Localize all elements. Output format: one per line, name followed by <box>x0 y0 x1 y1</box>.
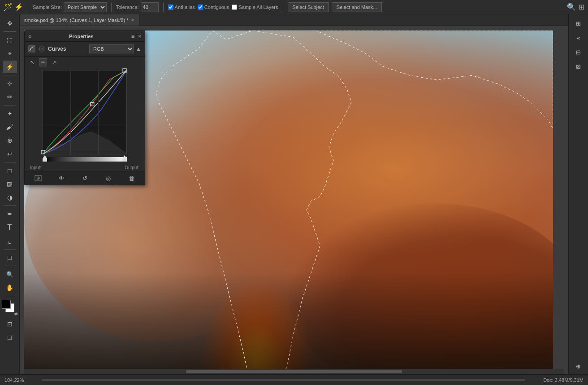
eraser-tool-icon[interactable]: ◻ <box>3 164 17 177</box>
tab-bar: smoke.psd @ 104% (Curves 1, Layer Mask/8… <box>20 14 568 26</box>
tool-sep-6 <box>4 249 16 249</box>
gradient-slider <box>43 155 127 162</box>
tolerance-label: Tolerance: <box>116 4 139 10</box>
screen-mode-icon[interactable]: □ <box>3 331 17 344</box>
quick-mask-icon[interactable]: ⊡ <box>3 318 17 330</box>
sample-all-layers-checkbox[interactable] <box>232 4 237 10</box>
lasso-tool-icon[interactable]: ⌖ <box>3 47 17 60</box>
document-tab[interactable]: smoke.psd @ 104% (Curves 1, Layer Mask/8… <box>20 14 139 26</box>
contiguous-group: Contiguous <box>198 4 229 10</box>
type-tool-icon[interactable]: T <box>3 221 17 234</box>
output-label: Output: <box>125 165 139 170</box>
sample-size-label: Sample Size: <box>33 4 62 10</box>
sample-all-layers-group: Sample All Layers <box>232 4 278 10</box>
crop-tool-icon[interactable]: ⊹ <box>3 77 17 90</box>
magic-wand-tool-icon[interactable]: ⚡ <box>3 61 17 73</box>
sep-4 <box>283 3 283 12</box>
grid-h-2 <box>43 126 126 126</box>
panel-titlebar-right-icons: ≡ × <box>131 33 141 39</box>
tool-sep-3 <box>4 105 16 105</box>
tolerance-input[interactable] <box>141 2 159 12</box>
gradient-bar <box>43 157 127 162</box>
tool-options-group: 🪄 ⚡ <box>4 3 23 11</box>
hand-tool-icon[interactable]: ✋ <box>3 281 17 294</box>
top-toolbar: 🪄 ⚡ Sample Size: Point Sample Tolerance:… <box>0 0 588 14</box>
doc-tab-title: smoke.psd @ 104% (Curves 1, Layer Mask/8… <box>24 18 128 23</box>
doc-size: Doc: 3,48M/9,31M <box>543 377 584 383</box>
panels-toggle-icon[interactable]: ⊞ <box>571 17 586 30</box>
blur-tool-icon[interactable]: ◑ <box>3 191 17 204</box>
channel-select[interactable]: RGB Red Green Blue <box>89 44 134 53</box>
marquee-tool-icon[interactable]: ⬚ <box>3 34 17 46</box>
brush-tool-icon[interactable]: 🖌 <box>3 121 17 133</box>
artboard-icon[interactable]: ⊟ <box>571 46 586 58</box>
view-extra-icon[interactable]: ⊕ <box>571 360 586 372</box>
sample-size-select[interactable]: Point Sample <box>64 2 107 12</box>
color-swatches: ⇄ <box>2 300 18 316</box>
delete-adjustment-icon[interactable]: 🗑 <box>126 173 137 183</box>
move-tool-icon[interactable]: ✥ <box>3 17 17 30</box>
sep-2 <box>111 3 112 12</box>
add-to-adjustment-icon[interactable]: ⊕ <box>33 173 43 183</box>
select-and-mask-button[interactable]: Select and Mask... <box>332 2 382 12</box>
healing-tool-icon[interactable]: ✦ <box>3 107 17 120</box>
panel-titlebar: « Properties ≡ × <box>25 31 145 42</box>
panel-section-collapse-icon[interactable]: ▲ <box>136 46 141 52</box>
curves-title: Curves <box>48 46 66 52</box>
anti-alias-checkbox[interactable] <box>168 4 173 10</box>
doc-tab-close-button[interactable]: × <box>131 18 134 23</box>
horizontal-scrollbar[interactable] <box>24 369 564 374</box>
pencil-curve-icon[interactable]: ✏ <box>39 58 47 66</box>
visibility-toggle-icon[interactable]: 👁 <box>56 173 67 183</box>
curves-container <box>25 68 145 164</box>
anti-alias-label: Anti-alias <box>175 4 195 10</box>
black-point-slider[interactable] <box>43 155 47 162</box>
reset-adjustment-icon[interactable]: ↺ <box>79 173 90 183</box>
sep-1 <box>28 3 28 12</box>
eye-preview-toggle-icon[interactable]: ◎ <box>103 173 113 183</box>
magic-wand-icon: 🪄 <box>4 3 13 11</box>
workspace-icon[interactable]: ⊞ <box>579 3 584 11</box>
tool-sep-2 <box>4 75 16 75</box>
panel-collapse-left-icon[interactable]: « <box>28 33 31 39</box>
path-select-icon[interactable]: ⌞ <box>3 235 17 247</box>
panel-menu-icon[interactable]: ≡ <box>131 33 134 39</box>
search-icon[interactable]: 🔍 <box>567 3 576 11</box>
add-point-icon[interactable]: ↗ <box>50 58 58 66</box>
curves-graph[interactable] <box>43 70 127 154</box>
grid-h-1 <box>43 98 126 98</box>
swap-colors-icon[interactable]: ⇄ <box>14 311 18 316</box>
eyedropper-tool-icon[interactable]: ✏ <box>3 91 17 103</box>
pen-tool-icon[interactable]: ✒ <box>3 208 17 220</box>
input-label: Input: <box>30 165 41 170</box>
zoom-level: 104,22% <box>4 377 24 383</box>
histogram <box>43 127 126 154</box>
sep-3 <box>163 3 164 12</box>
scrollbar-thumb[interactable] <box>186 370 402 373</box>
history-brush-icon[interactable]: ↩ <box>3 148 17 160</box>
io-row: Input: Output: <box>25 164 145 171</box>
tool-sep-4 <box>4 162 16 162</box>
panel-close-icon[interactable]: × <box>138 33 141 39</box>
pointer-tool-icon[interactable]: ↖ <box>28 58 36 66</box>
right-toolbar: ⊞ « ⊟ ⊠ ⊕ <box>568 14 588 374</box>
clone-tool-icon[interactable]: ⊕ <box>3 134 17 147</box>
panel-titlebar-left-icons: « <box>28 33 31 39</box>
panel-footer: ⊕ 👁 ↺ ◎ 🗑 <box>25 171 145 185</box>
select-subject-button[interactable]: Select Subject <box>288 2 329 12</box>
mask-icon <box>38 45 45 52</box>
tool-sep-8 <box>4 296 16 296</box>
panel-header: Curves RGB Red Green Blue ▲ <box>25 42 145 57</box>
white-point-slider[interactable] <box>122 155 127 162</box>
panel-title: Properties <box>69 34 93 39</box>
foreground-color-swatch[interactable] <box>2 300 11 309</box>
shape-tool-icon[interactable]: □ <box>3 251 17 264</box>
collapse-panels-icon[interactable]: « <box>571 31 586 44</box>
tolerance-group: Tolerance: <box>116 2 159 12</box>
gradient-tool-icon[interactable]: ▨ <box>3 178 17 190</box>
zoom-tool-icon[interactable]: 🔍 <box>3 268 17 280</box>
tool-sep-5 <box>4 206 16 206</box>
distribute-icon[interactable]: ⊠ <box>571 60 586 73</box>
panel-header-right: RGB Red Green Blue ▲ <box>89 44 141 53</box>
contiguous-checkbox[interactable] <box>198 4 203 10</box>
